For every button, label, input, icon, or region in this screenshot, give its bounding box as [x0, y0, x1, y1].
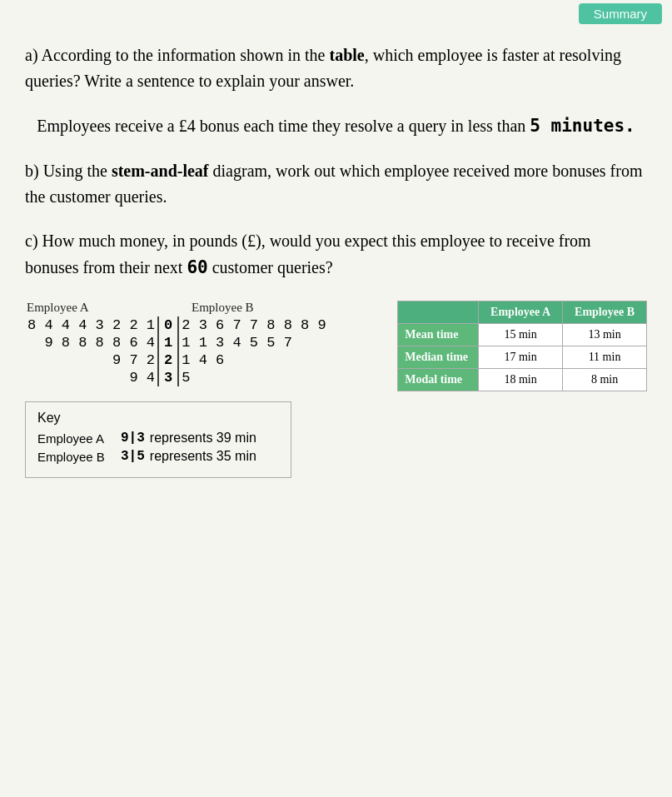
question-c-number: 60: [187, 257, 207, 277]
leaves-b: 1 4 6: [178, 351, 328, 369]
bonus-text2: bonus each time they resolve a query in …: [196, 117, 530, 135]
stats-val-a: 15 min: [479, 324, 563, 346]
stats-header-empty: [398, 301, 479, 324]
question-b-bold: stem-and-leaf: [112, 162, 209, 180]
bonus-currency: £: [179, 117, 187, 135]
key-emp-label: Employee A: [37, 431, 121, 446]
stats-val-b: 13 min: [563, 324, 647, 346]
stats-panel: Employee A Employee B Mean time 15 min 1…: [389, 301, 647, 391]
stem-cell: 3: [158, 369, 178, 386]
question-c-text3: customer queries?: [208, 258, 333, 276]
stats-row-label: Mean time: [398, 324, 479, 346]
label-employee-b: Employee B: [142, 301, 254, 315]
stats-row: Median time 17 min 11 min: [398, 346, 647, 369]
stats-header-a: Employee A: [479, 301, 563, 324]
data-section: Employee A Employee B 8 4 4 4 3 2 2 1 0 …: [25, 301, 647, 478]
key-row: Employee A 9|3 represents 39 min: [37, 431, 276, 446]
stats-val-b: 8 min: [563, 369, 647, 391]
key-section: Key Employee A 9|3 represents 39 min Emp…: [25, 401, 291, 478]
label-employee-a: Employee A: [25, 301, 142, 315]
stem-leaf-table: 8 4 4 4 3 2 2 1 0 2 3 6 7 7 8 8 8 9 9 8 …: [25, 316, 329, 386]
stem-cell: 0: [158, 316, 178, 334]
stem-leaf-row: 8 4 4 4 3 2 2 1 0 2 3 6 7 7 8 8 8 9: [25, 316, 329, 334]
stats-row-label: Modal time: [398, 369, 479, 391]
question-b-block: b) Using the stem-and-leaf diagram, work…: [25, 158, 647, 210]
bonus-time: 5: [530, 116, 540, 136]
stem-cell: 2: [158, 351, 178, 369]
leaves-a: 9 8 8 8 8 6 4: [25, 334, 158, 351]
leaves-b: 1 1 3 4 5 5 7: [178, 334, 328, 351]
summary-button[interactable]: Summary: [579, 3, 662, 24]
stats-table: Employee A Employee B Mean time 15 min 1…: [397, 301, 647, 391]
stats-val-b: 11 min: [563, 346, 647, 369]
leaves-a: 9 4: [25, 369, 158, 386]
question-c-block: c) How much money, in pounds (£), would …: [25, 228, 647, 281]
stem-leaf-row: 9 7 2 2 1 4 6: [25, 351, 329, 369]
stats-header-b: Employee B: [563, 301, 647, 324]
stats-val-a: 18 min: [479, 369, 563, 391]
key-value: 9|3: [121, 431, 145, 446]
left-panel: Employee A Employee B 8 4 4 4 3 2 2 1 0 …: [25, 301, 376, 478]
top-bar: Summary: [0, 0, 672, 27]
stats-row: Mean time 15 min 13 min: [398, 324, 647, 346]
bonus-amount: 4: [187, 117, 196, 135]
stem-cell: 1: [158, 334, 178, 351]
question-a-block: a) According to the information shown in…: [25, 42, 647, 94]
question-b-text1: b) Using the: [25, 162, 112, 180]
leaves-a: 9 7 2: [25, 351, 158, 369]
bonus-text-block: Employees receive a £4 bonus each time t…: [25, 112, 647, 140]
stats-row: Modal time 18 min 8 min: [398, 369, 647, 391]
question-c-text1: c) How much money, in pounds (: [25, 232, 247, 250]
key-description: represents 39 min: [150, 431, 256, 446]
stem-leaf-labels: Employee A Employee B: [25, 301, 376, 315]
bonus-unit: minutes.: [540, 116, 635, 136]
key-row: Employee B 3|5 represents 35 min: [37, 449, 276, 464]
key-value: 3|5: [121, 449, 145, 464]
stem-leaf-row: 9 8 8 8 8 6 4 1 1 1 3 4 5 5 7: [25, 334, 329, 351]
key-description: represents 35 min: [150, 449, 256, 464]
key-title: Key: [37, 411, 276, 426]
key-emp-label: Employee B: [37, 450, 121, 464]
question-a-bold: table: [329, 46, 364, 64]
question-c-currency: £: [247, 232, 256, 250]
main-content: a) According to the information shown in…: [0, 27, 672, 495]
leaves-b: 5: [178, 369, 328, 386]
stats-row-label: Median time: [398, 346, 479, 369]
bonus-text1: Employees receive a: [37, 117, 178, 135]
stats-val-a: 17 min: [479, 346, 563, 369]
question-a-text1: a) According to the information shown in…: [25, 46, 329, 64]
stem-leaf-row: 9 4 3 5: [25, 369, 329, 386]
leaves-a: 8 4 4 4 3 2 2 1: [25, 316, 158, 334]
leaves-b: 2 3 6 7 7 8 8 8 9: [178, 316, 328, 334]
